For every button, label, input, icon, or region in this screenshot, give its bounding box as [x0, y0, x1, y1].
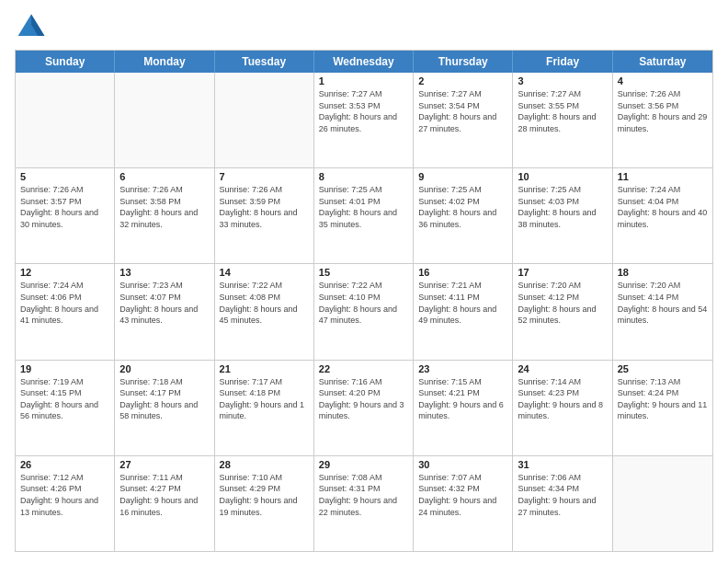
day-number: 19 [20, 363, 109, 374]
day-info: Sunrise: 7:20 AM Sunset: 4:14 PM Dayligh… [618, 280, 708, 326]
calendar-day-2: 2Sunrise: 7:27 AM Sunset: 3:54 PM Daylig… [414, 73, 513, 167]
logo [15, 11, 53, 44]
day-info: Sunrise: 7:23 AM Sunset: 4:07 PM Dayligh… [119, 280, 209, 326]
day-info: Sunrise: 7:20 AM Sunset: 4:12 PM Dayligh… [518, 280, 607, 326]
day-number: 29 [319, 459, 408, 470]
calendar-day-7: 7Sunrise: 7:26 AM Sunset: 3:59 PM Daylig… [215, 168, 314, 263]
day-number: 21 [220, 363, 309, 374]
day-info: Sunrise: 7:07 AM Sunset: 4:32 PM Dayligh… [418, 472, 507, 518]
day-info: Sunrise: 7:25 AM Sunset: 4:03 PM Dayligh… [518, 184, 607, 230]
calendar-day-11: 11Sunrise: 7:24 AM Sunset: 4:04 PM Dayli… [613, 168, 712, 263]
day-info: Sunrise: 7:24 AM Sunset: 4:06 PM Dayligh… [20, 280, 109, 326]
day-info: Sunrise: 7:22 AM Sunset: 4:08 PM Dayligh… [220, 280, 309, 326]
day-number: 2 [418, 75, 507, 86]
calendar-header-saturday: Saturday [613, 51, 712, 73]
calendar-day-19: 19Sunrise: 7:19 AM Sunset: 4:15 PM Dayli… [16, 361, 115, 455]
day-number: 12 [20, 267, 109, 278]
day-number: 14 [220, 267, 309, 278]
day-info: Sunrise: 7:25 AM Sunset: 4:02 PM Dayligh… [418, 184, 507, 230]
calendar-header-tuesday: Tuesday [215, 51, 314, 73]
calendar-day-28: 28Sunrise: 7:10 AM Sunset: 4:29 PM Dayli… [215, 456, 314, 551]
day-info: Sunrise: 7:14 AM Sunset: 4:23 PM Dayligh… [518, 376, 607, 422]
day-info: Sunrise: 7:11 AM Sunset: 4:27 PM Dayligh… [119, 472, 209, 518]
calendar-day-24: 24Sunrise: 7:14 AM Sunset: 4:23 PM Dayli… [513, 361, 612, 455]
calendar-day-27: 27Sunrise: 7:11 AM Sunset: 4:27 PM Dayli… [115, 456, 214, 551]
day-info: Sunrise: 7:26 AM Sunset: 3:59 PM Dayligh… [220, 184, 309, 230]
calendar-day-31: 31Sunrise: 7:06 AM Sunset: 4:34 PM Dayli… [513, 456, 612, 551]
day-info: Sunrise: 7:15 AM Sunset: 4:21 PM Dayligh… [418, 376, 507, 422]
calendar-day-13: 13Sunrise: 7:23 AM Sunset: 4:07 PM Dayli… [115, 264, 214, 359]
day-info: Sunrise: 7:12 AM Sunset: 4:26 PM Dayligh… [20, 472, 109, 518]
day-info: Sunrise: 7:27 AM Sunset: 3:54 PM Dayligh… [418, 88, 507, 134]
calendar-day-23: 23Sunrise: 7:15 AM Sunset: 4:21 PM Dayli… [414, 361, 513, 455]
day-info: Sunrise: 7:08 AM Sunset: 4:31 PM Dayligh… [319, 472, 408, 518]
day-number: 1 [319, 75, 408, 86]
day-number: 15 [319, 267, 408, 278]
day-info: Sunrise: 7:06 AM Sunset: 4:34 PM Dayligh… [518, 472, 607, 518]
calendar-day-14: 14Sunrise: 7:22 AM Sunset: 4:08 PM Dayli… [215, 264, 314, 359]
day-number: 25 [618, 363, 708, 374]
calendar-week-3: 12Sunrise: 7:24 AM Sunset: 4:06 PM Dayli… [16, 263, 712, 359]
day-info: Sunrise: 7:26 AM Sunset: 3:57 PM Dayligh… [20, 184, 109, 230]
calendar: SundayMondayTuesdayWednesdayThursdayFrid… [15, 50, 713, 552]
day-number: 22 [319, 363, 408, 374]
calendar-day-empty [115, 73, 214, 167]
calendar-week-5: 26Sunrise: 7:12 AM Sunset: 4:26 PM Dayli… [16, 455, 712, 551]
calendar-day-25: 25Sunrise: 7:13 AM Sunset: 4:24 PM Dayli… [613, 361, 712, 455]
day-number: 31 [518, 459, 607, 470]
calendar-header-sunday: Sunday [16, 51, 115, 73]
calendar-day-21: 21Sunrise: 7:17 AM Sunset: 4:18 PM Dayli… [215, 361, 314, 455]
calendar-day-empty [613, 456, 712, 551]
day-number: 16 [418, 267, 507, 278]
day-info: Sunrise: 7:21 AM Sunset: 4:11 PM Dayligh… [418, 280, 507, 326]
calendar-day-4: 4Sunrise: 7:26 AM Sunset: 3:56 PM Daylig… [613, 73, 712, 167]
day-number: 10 [518, 171, 607, 182]
calendar-day-29: 29Sunrise: 7:08 AM Sunset: 4:31 PM Dayli… [314, 456, 414, 551]
calendar-day-9: 9Sunrise: 7:25 AM Sunset: 4:02 PM Daylig… [414, 168, 513, 263]
day-number: 30 [418, 459, 507, 470]
day-info: Sunrise: 7:16 AM Sunset: 4:20 PM Dayligh… [319, 376, 408, 422]
calendar-header-wednesday: Wednesday [314, 51, 414, 73]
calendar-day-18: 18Sunrise: 7:20 AM Sunset: 4:14 PM Dayli… [613, 264, 712, 359]
day-number: 4 [618, 75, 708, 86]
calendar-day-3: 3Sunrise: 7:27 AM Sunset: 3:55 PM Daylig… [513, 73, 612, 167]
calendar-day-16: 16Sunrise: 7:21 AM Sunset: 4:11 PM Dayli… [414, 264, 513, 359]
calendar-day-empty [16, 73, 115, 167]
day-number: 17 [518, 267, 607, 278]
day-info: Sunrise: 7:13 AM Sunset: 4:24 PM Dayligh… [618, 376, 708, 422]
page: SundayMondayTuesdayWednesdayThursdayFrid… [0, 0, 728, 563]
calendar-day-empty [215, 73, 314, 167]
day-number: 26 [20, 459, 109, 470]
day-info: Sunrise: 7:17 AM Sunset: 4:18 PM Dayligh… [220, 376, 309, 422]
calendar-week-4: 19Sunrise: 7:19 AM Sunset: 4:15 PM Dayli… [16, 360, 712, 455]
day-info: Sunrise: 7:10 AM Sunset: 4:29 PM Dayligh… [220, 472, 309, 518]
day-number: 8 [319, 171, 408, 182]
header [15, 11, 713, 44]
day-info: Sunrise: 7:26 AM Sunset: 3:58 PM Dayligh… [119, 184, 209, 230]
calendar-header-thursday: Thursday [414, 51, 513, 73]
calendar-day-10: 10Sunrise: 7:25 AM Sunset: 4:03 PM Dayli… [513, 168, 612, 263]
calendar-header-monday: Monday [115, 51, 214, 73]
day-number: 5 [20, 171, 109, 182]
day-info: Sunrise: 7:22 AM Sunset: 4:10 PM Dayligh… [319, 280, 408, 326]
day-info: Sunrise: 7:27 AM Sunset: 3:53 PM Dayligh… [319, 88, 408, 134]
calendar-day-8: 8Sunrise: 7:25 AM Sunset: 4:01 PM Daylig… [314, 168, 414, 263]
day-number: 28 [220, 459, 309, 470]
calendar-body: 1Sunrise: 7:27 AM Sunset: 3:53 PM Daylig… [16, 73, 712, 551]
day-info: Sunrise: 7:26 AM Sunset: 3:56 PM Dayligh… [618, 88, 708, 134]
day-number: 23 [418, 363, 507, 374]
day-number: 24 [518, 363, 607, 374]
day-number: 9 [418, 171, 507, 182]
calendar-day-22: 22Sunrise: 7:16 AM Sunset: 4:20 PM Dayli… [314, 361, 414, 455]
calendar-day-1: 1Sunrise: 7:27 AM Sunset: 3:53 PM Daylig… [314, 73, 414, 167]
day-number: 20 [119, 363, 209, 374]
calendar-day-6: 6Sunrise: 7:26 AM Sunset: 3:58 PM Daylig… [115, 168, 214, 263]
day-number: 18 [618, 267, 708, 278]
day-info: Sunrise: 7:19 AM Sunset: 4:15 PM Dayligh… [20, 376, 109, 422]
calendar-day-30: 30Sunrise: 7:07 AM Sunset: 4:32 PM Dayli… [414, 456, 513, 551]
day-info: Sunrise: 7:18 AM Sunset: 4:17 PM Dayligh… [119, 376, 209, 422]
calendar-week-2: 5Sunrise: 7:26 AM Sunset: 3:57 PM Daylig… [16, 167, 712, 263]
calendar-day-20: 20Sunrise: 7:18 AM Sunset: 4:17 PM Dayli… [115, 361, 214, 455]
calendar-day-5: 5Sunrise: 7:26 AM Sunset: 3:57 PM Daylig… [16, 168, 115, 263]
day-info: Sunrise: 7:25 AM Sunset: 4:01 PM Dayligh… [319, 184, 408, 230]
